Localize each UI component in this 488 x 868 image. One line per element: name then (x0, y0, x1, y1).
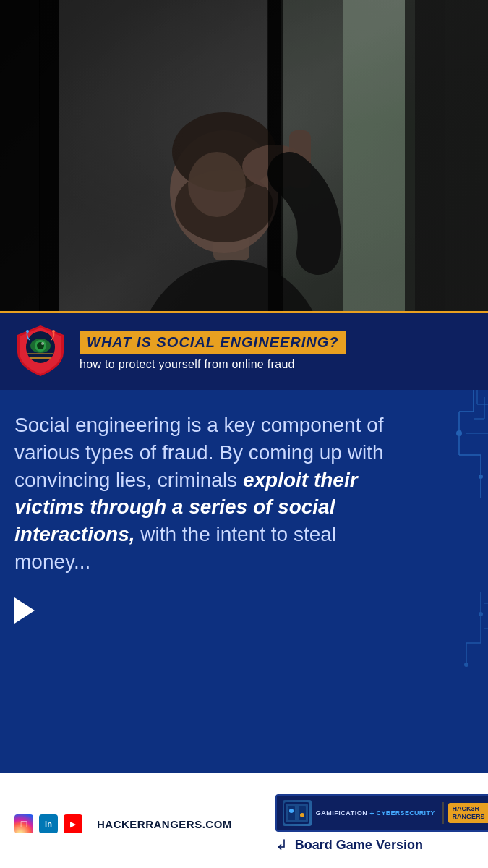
product-badge: GAMIFICATION + CYBERSECURITY HACK3RRANGE… (275, 794, 488, 832)
footer-section: □ in ▶ HackerRangers.com (0, 773, 488, 868)
banner-section: WHAT IS SOCIAL ENGINEERING? how to prote… (0, 311, 488, 390)
product-thumbnail (283, 800, 312, 826)
product-row: GAMIFICATION + CYBERSECURITY HACK3RRANGE… (275, 794, 488, 832)
svg-rect-1 (405, 0, 488, 311)
svg-point-21 (26, 330, 29, 333)
person-svg (0, 0, 488, 311)
gamification-label: GAMIFICATION (316, 809, 367, 817)
social-icons-group: □ in ▶ (14, 814, 82, 833)
svg-rect-3 (40, 0, 267, 311)
svg-point-26 (456, 430, 462, 436)
svg-point-42 (464, 663, 468, 667)
svg-rect-0 (0, 0, 40, 311)
banner-text-container: WHAT IS SOCIAL ENGINEERING? how to prote… (80, 331, 476, 371)
footer-product-section: GAMIFICATION + CYBERSECURITY HACK3RRANGE… (275, 794, 488, 854)
content-arrow (14, 597, 471, 624)
svg-point-38 (479, 612, 483, 616)
brand-name-text: HACK3RRANGERS (453, 805, 485, 821)
svg-point-7 (170, 130, 278, 253)
youtube-icon[interactable]: ▶ (64, 814, 82, 833)
product-info: GAMIFICATION + CYBERSECURITY (316, 809, 435, 817)
circuit-decoration-top (430, 390, 488, 535)
logo-shield-icon (12, 322, 69, 380)
content-section: Social engineering is a key component of… (0, 390, 488, 773)
svg-rect-11 (289, 130, 311, 188)
cybersecurity-label: CYBERSECURITY (377, 809, 435, 817)
svg-point-50 (300, 813, 304, 817)
instagram-icon[interactable]: □ (14, 814, 33, 833)
banner-subtitle: how to protect yourself from online frau… (80, 358, 476, 371)
svg-point-22 (52, 330, 55, 333)
svg-point-9 (175, 170, 273, 242)
svg-point-5 (137, 260, 325, 311)
hero-image (0, 0, 488, 311)
curve-arrow-icon: ↳ (275, 836, 288, 854)
svg-rect-4 (281, 0, 405, 311)
board-game-text: Board Game Version (295, 838, 423, 853)
svg-point-12 (188, 152, 246, 217)
linkedin-icon[interactable]: in (39, 814, 58, 833)
board-game-label-row: ↳ Board Game Version (275, 836, 423, 854)
window-background (343, 0, 488, 311)
main-paragraph: Social engineering is a key component of… (14, 412, 412, 576)
svg-rect-6 (213, 217, 249, 260)
svg-point-49 (289, 809, 294, 813)
svg-rect-2 (267, 0, 281, 311)
plus-sign: + (369, 809, 374, 817)
svg-point-18 (41, 342, 44, 345)
svg-rect-13 (40, 0, 445, 311)
svg-point-8 (172, 112, 276, 192)
banner-title: WHAT IS SOCIAL ENGINEERING? (80, 331, 346, 354)
svg-point-30 (479, 475, 483, 479)
circuit-decoration-bottom (445, 592, 488, 701)
arrow-icon (14, 597, 35, 624)
svg-point-10 (242, 145, 307, 188)
footer-domain-text: HackerRangers.com (97, 818, 232, 830)
brand-badge: HACK3RRANGERS (448, 803, 488, 823)
